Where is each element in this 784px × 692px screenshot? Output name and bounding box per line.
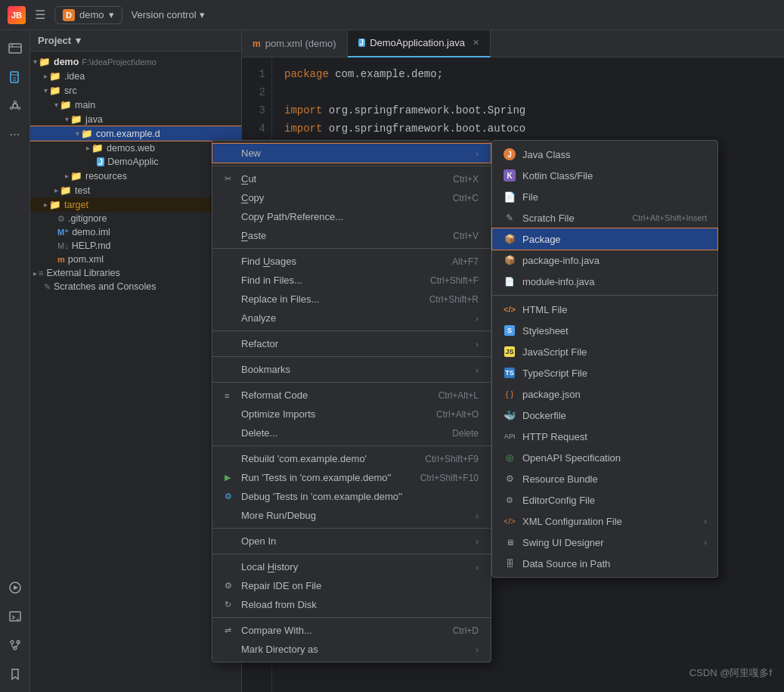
sm-item-datasource[interactable]: 🗄 Data Source in Path bbox=[492, 553, 717, 574]
tree-label-test: test bbox=[75, 185, 90, 196]
sm-sep-1 bbox=[492, 295, 717, 296]
pom-tab-icon: m bbox=[253, 39, 261, 49]
cm-item-copy[interactable]: Copy Ctrl+C bbox=[212, 188, 491, 207]
icon-bar-project[interactable] bbox=[3, 36, 27, 61]
sm-item-openapi[interactable]: ◎ OpenAPI Specification bbox=[492, 447, 717, 468]
sm-item-packagejson[interactable]: { } package.json bbox=[492, 383, 717, 405]
cm-label-local-history: Local History bbox=[241, 561, 298, 573]
sm-item-kotlin[interactable]: K Kotlin Class/File bbox=[492, 165, 717, 186]
sm-item-module-info[interactable]: 📄 module-info.java bbox=[492, 271, 717, 292]
context-menu: New › ✂ Cut Ctrl+X Copy Ctrl+C Copy Path… bbox=[212, 140, 491, 663]
sm-item-scratch[interactable]: ✎ Scratch File Ctrl+Alt+Shift+Insert bbox=[492, 207, 717, 228]
cm-item-find-usages[interactable]: Find Usages Alt+F7 bbox=[212, 252, 491, 271]
sm-item-stylesheet[interactable]: S Stylesheet bbox=[492, 320, 717, 341]
tree-item-resources[interactable]: ▸ 📁 resources bbox=[30, 169, 241, 183]
cm-item-rebuild[interactable]: Rebuild 'com.example.demo' Ctrl+Shift+F9 bbox=[212, 449, 491, 468]
tree-item-src[interactable]: ▾ 📁 src bbox=[30, 83, 241, 98]
cm-item-find-in-files[interactable]: Find in Files... Ctrl+Shift+F bbox=[212, 271, 491, 290]
sm-item-typescript[interactable]: TS TypeScript File bbox=[492, 362, 717, 383]
tab-pom-xml[interactable]: m pom.xml (demo) bbox=[242, 30, 348, 57]
folder-icon-resources: 📁 bbox=[70, 170, 82, 182]
cm-item-paste[interactable]: Paste Ctrl+V bbox=[212, 226, 491, 245]
icon-bar-terminal[interactable] bbox=[3, 604, 27, 628]
icon-bar: ··· bbox=[0, 30, 30, 692]
tree-item-demo-iml[interactable]: M⁺ demo.iml bbox=[30, 225, 241, 239]
tree-label-resources: resources bbox=[85, 171, 127, 182]
sm-item-resource-bundle[interactable]: ⚙ Resource Bundle bbox=[492, 468, 717, 489]
tree-item-demo-root[interactable]: ▾ 📁 demo F:\ideaProject\demo bbox=[30, 54, 241, 69]
tree-item-com-example[interactable]: ▾ 📁 com.example.d bbox=[30, 126, 241, 141]
sm-icon-http: API bbox=[503, 430, 516, 443]
cm-sep-2 bbox=[212, 330, 491, 331]
cm-item-mark-dir[interactable]: Mark Directory as › bbox=[212, 640, 491, 659]
demo-tab-close[interactable]: ✕ bbox=[473, 38, 479, 48]
icon-bar-plugins[interactable] bbox=[3, 94, 27, 118]
cm-item-new[interactable]: New › bbox=[212, 144, 491, 163]
cm-label-rebuild: Rebuild 'com.example.demo' bbox=[241, 453, 367, 464]
sm-item-file[interactable]: 📄 File bbox=[492, 186, 717, 207]
icon-bar-files[interactable] bbox=[3, 65, 27, 89]
cm-item-compare[interactable]: ⇌ Compare With... Ctrl+D bbox=[212, 621, 491, 640]
icon-bar-git[interactable] bbox=[3, 633, 27, 657]
cm-item-refactor[interactable]: Refactor › bbox=[212, 334, 491, 353]
cm-shortcut-copy: Ctrl+C bbox=[453, 193, 479, 203]
tree-label-target: target bbox=[64, 200, 88, 210]
tab-demo-java[interactable]: J DemoApplication.java ✕ bbox=[348, 30, 491, 57]
sm-icon-openapi: ◎ bbox=[503, 451, 516, 464]
cm-label-paste: Paste bbox=[241, 230, 266, 241]
cm-item-analyze[interactable]: Analyze › bbox=[212, 309, 491, 327]
cm-item-reformat[interactable]: ≡ Reformat Code Ctrl+Alt+L bbox=[212, 386, 491, 405]
cm-item-cut[interactable]: ✂ Cut Ctrl+X bbox=[212, 169, 491, 188]
project-selector[interactable]: D demo ▾ bbox=[54, 6, 122, 24]
cm-item-more-run[interactable]: More Run/Debug › bbox=[212, 506, 491, 525]
sm-item-java-class[interactable]: J Java Class bbox=[492, 144, 717, 165]
icon-bar-run[interactable] bbox=[3, 576, 27, 600]
scratch-icon: ✎ bbox=[44, 282, 51, 292]
folder-icon-java: 📁 bbox=[70, 113, 82, 125]
sm-item-html[interactable]: </> HTML File bbox=[492, 299, 717, 320]
cm-item-debug[interactable]: ⚙ Debug 'Tests in 'com.example.demo'' bbox=[212, 487, 491, 506]
tree-item-idea[interactable]: ▸ 📁 .idea bbox=[30, 69, 241, 83]
sm-item-package[interactable]: 📦 Package bbox=[492, 228, 717, 250]
cm-item-local-history[interactable]: Local History › bbox=[212, 557, 491, 576]
cm-item-repair-ide[interactable]: ⚙ Repair IDE on File bbox=[212, 576, 491, 595]
cm-label-bookmarks: Bookmarks bbox=[241, 364, 290, 375]
tree-item-pom-xml[interactable]: m pom.xml bbox=[30, 253, 241, 266]
tree-item-help-md[interactable]: M↓ HELP.md bbox=[30, 239, 241, 253]
cm-item-open-in[interactable]: Open In › bbox=[212, 532, 491, 551]
tree-item-java[interactable]: ▾ 📁 java bbox=[30, 112, 241, 126]
cm-item-optimize[interactable]: Optimize Imports Ctrl+Alt+O bbox=[212, 405, 491, 424]
tree-item-demos-web[interactable]: ▸ 📁 demos.web bbox=[30, 141, 241, 155]
sm-label-editorconfig: EditorConfig File bbox=[522, 495, 595, 506]
icon-bar-bookmark[interactable] bbox=[3, 662, 27, 686]
sm-item-http-request[interactable]: API HTTP Request bbox=[492, 426, 717, 447]
sm-item-editorconfig[interactable]: ⚙ EditorConfig File bbox=[492, 489, 717, 510]
cm-item-bookmarks[interactable]: Bookmarks › bbox=[212, 360, 491, 379]
cm-label-debug: Debug 'Tests in 'com.example.demo'' bbox=[241, 491, 402, 502]
tree-item-gitignore[interactable]: ⚙ .gitignore bbox=[30, 212, 241, 225]
sm-item-swing[interactable]: 🖥 Swing UI Designer › bbox=[492, 532, 717, 553]
sm-item-javascript[interactable]: JS JavaScript File bbox=[492, 341, 717, 362]
tree-label-help: HELP.md bbox=[72, 240, 111, 251]
tree-item-test[interactable]: ▸ 📁 test bbox=[30, 183, 241, 197]
tree-item-ext-libs[interactable]: ▸ ≡ External Libraries bbox=[30, 266, 241, 280]
tree-item-main[interactable]: ▾ 📁 main bbox=[30, 98, 241, 112]
cm-item-delete[interactable]: Delete... Delete bbox=[212, 424, 491, 442]
sm-icon-stylesheet: S bbox=[503, 324, 516, 337]
sm-item-dockerfile[interactable]: 🐳 Dockerfile bbox=[492, 405, 717, 426]
sm-item-xml-config[interactable]: </> XML Configuration File › bbox=[492, 510, 717, 532]
tree-item-target[interactable]: ▸ 📁 target bbox=[30, 197, 241, 212]
version-control[interactable]: Version control ▾ bbox=[132, 9, 205, 20]
cm-item-reload[interactable]: ↻ Reload from Disk bbox=[212, 595, 491, 614]
cm-item-run-tests[interactable]: ▶ Run 'Tests in 'com.example.demo'' Ctrl… bbox=[212, 468, 491, 487]
sm-item-package-info[interactable]: 📦 package-info.java bbox=[492, 250, 717, 271]
svg-point-2 bbox=[13, 104, 17, 108]
cm-item-replace-in-files[interactable]: Replace in Files... Ctrl+Shift+R bbox=[212, 290, 491, 309]
tree-item-scratches[interactable]: ✎ Scratches and Consoles bbox=[30, 280, 241, 293]
hamburger-menu[interactable]: ☰ bbox=[35, 8, 45, 22]
cm-shortcut-run: Ctrl+Shift+F10 bbox=[420, 473, 479, 483]
cm-item-copy-path[interactable]: Copy Path/Reference... bbox=[212, 207, 491, 226]
icon-bar-more[interactable]: ··· bbox=[3, 123, 27, 147]
cm-arrow-new: › bbox=[476, 149, 479, 158]
tree-item-demo-app[interactable]: J DemoApplic bbox=[30, 155, 241, 169]
